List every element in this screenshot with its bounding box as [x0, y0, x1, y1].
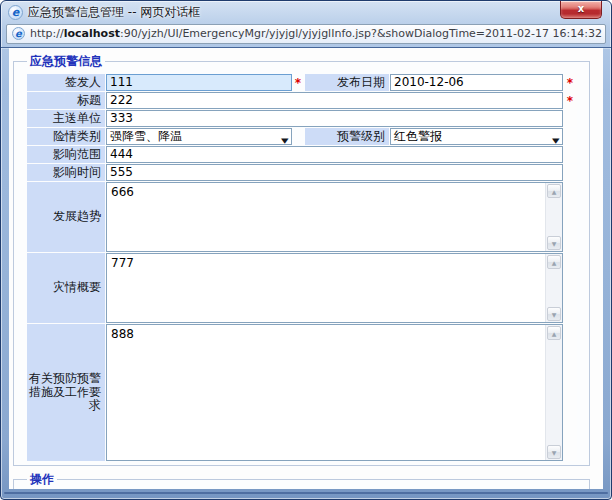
scroll-down-icon[interactable]: ▼: [547, 307, 561, 321]
trend-required-marker: [563, 182, 577, 252]
dropdown-arrow-icon: ▼: [281, 134, 289, 145]
main-unit-required-marker: [563, 110, 577, 127]
warning-info-section: 应急预警信息 签发人 111 * 发布日期 2010-12-06 * 标题 22…: [13, 53, 590, 466]
close-button[interactable]: x: [560, 1, 602, 19]
danger-type-selected-value: 强降雪、降温: [110, 129, 182, 143]
issuer-label: 签发人: [27, 74, 105, 91]
form-row-main-unit: 主送单位 333: [27, 110, 577, 127]
close-icon: x: [578, 3, 584, 14]
measures-required-marker: [563, 324, 577, 461]
impact-time-required-marker: [563, 164, 577, 181]
form-row-summary: 灾情概要 777 ▲ ▼: [27, 253, 577, 323]
summary-required-marker: [563, 253, 577, 323]
scope-input[interactable]: 444: [106, 146, 563, 163]
publish-date-input[interactable]: 2010-12-06: [390, 74, 563, 91]
publish-date-label: 发布日期: [305, 74, 389, 91]
form-row-title: 标题 222 *: [27, 92, 577, 109]
form-row-category-level: 险情类别 强降雪、降温 ▼ 预警级别 红色警报 ▼: [27, 128, 577, 145]
form-row-scope: 影响范围 444: [27, 146, 577, 163]
ie-url-icon: e: [12, 27, 25, 40]
scroll-up-icon[interactable]: ▲: [547, 184, 561, 198]
warning-level-label: 预警级别: [305, 128, 389, 145]
dialog-window: e 应急预警信息管理 -- 网页对话框 x e http://localhost…: [0, 0, 612, 500]
address-bar[interactable]: e http://localhost:90/yjzh/UI/EmergencyM…: [6, 24, 606, 44]
title-bar[interactable]: e 应急预警信息管理 -- 网页对话框 x: [1, 1, 611, 22]
publish-date-required-marker: *: [563, 74, 577, 91]
scroll-down-icon[interactable]: ▼: [547, 236, 561, 250]
warning-level-select[interactable]: 红色警报 ▼: [390, 128, 563, 145]
url-text: http://localhost:90/yjzh/UI/EmergencyMgr…: [30, 27, 602, 40]
trend-label: 发展趋势: [27, 182, 105, 252]
scope-required-marker: [563, 146, 577, 163]
url-path: :90/yjzh/UI/EmergencyMgr/yjyjgl/yjyjglIn…: [120, 27, 602, 40]
ie-page-icon: e: [8, 5, 23, 20]
dropdown-arrow-icon: ▼: [552, 134, 560, 145]
impact-time-label: 影响时间: [27, 164, 105, 181]
trend-scrollbar[interactable]: ▲ ▼: [545, 183, 562, 251]
issuer-input[interactable]: 111: [106, 74, 292, 91]
danger-type-label: 险情类别: [27, 128, 105, 145]
summary-label: 灾情概要: [27, 253, 105, 323]
form-row-impact-time: 影响时间 555: [27, 164, 577, 181]
summary-scrollbar[interactable]: ▲ ▼: [545, 254, 562, 322]
trend-textarea[interactable]: 666: [107, 183, 545, 251]
impact-time-input[interactable]: 555: [106, 164, 563, 181]
form-row-issuer-date: 签发人 111 * 发布日期 2010-12-06 *: [27, 74, 577, 91]
dialog-content: 应急预警信息 签发人 111 * 发布日期 2010-12-06 * 标题 22…: [9, 48, 603, 489]
warning-level-required-marker: [563, 128, 577, 145]
actions-section: 操作 确定 取消: [13, 471, 590, 489]
form-row-measures: 有关预防预警措施及工作要求 888 ▲ ▼: [27, 324, 577, 461]
form-row-trend: 发展趋势 666 ▲ ▼: [27, 182, 577, 252]
scroll-up-icon[interactable]: ▲: [547, 326, 561, 340]
url-host: localhost: [64, 27, 120, 40]
main-unit-label: 主送单位: [27, 110, 105, 127]
measures-textarea[interactable]: 888: [107, 325, 545, 460]
issuer-required-marker: *: [292, 74, 304, 91]
scope-label: 影响范围: [27, 146, 105, 163]
title-input[interactable]: 222: [106, 92, 563, 109]
danger-type-select[interactable]: 强降雪、降温 ▼: [106, 128, 292, 145]
title-required-marker: *: [563, 92, 577, 109]
actions-section-title: 操作: [27, 471, 57, 488]
measures-label: 有关预防预警措施及工作要求: [27, 324, 105, 461]
warning-info-section-title: 应急预警信息: [27, 53, 105, 70]
measures-scrollbar[interactable]: ▲ ▼: [545, 325, 562, 460]
summary-textarea[interactable]: 777: [107, 254, 545, 322]
url-protocol: http://: [30, 27, 64, 40]
warning-level-selected-value: 红色警报: [394, 129, 442, 143]
main-unit-input[interactable]: 333: [106, 110, 563, 127]
address-bar-strip: e http://localhost:90/yjzh/UI/EmergencyM…: [1, 22, 611, 48]
scroll-down-icon[interactable]: ▼: [547, 445, 561, 459]
title-label: 标题: [27, 92, 105, 109]
window-title: 应急预警信息管理 -- 网页对话框: [28, 4, 200, 21]
scroll-up-icon[interactable]: ▲: [547, 255, 561, 269]
